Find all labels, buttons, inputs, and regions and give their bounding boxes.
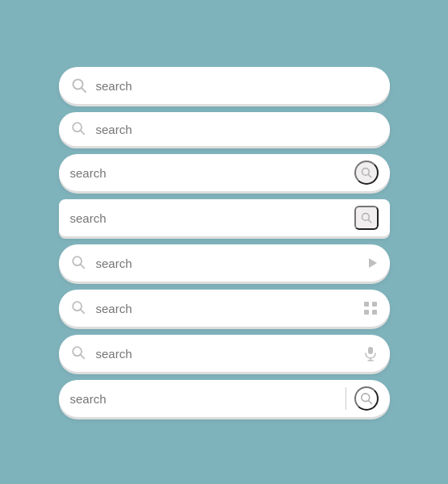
search-bar-5 <box>59 244 390 282</box>
search-icon <box>70 77 88 94</box>
search-bar-3 <box>59 154 390 191</box>
search-icon <box>70 344 88 362</box>
search-bars-container <box>59 67 390 417</box>
mic-icon <box>362 345 379 361</box>
search-input-4[interactable] <box>70 211 348 225</box>
svg-marker-10 <box>369 258 377 268</box>
search-button-8[interactable] <box>354 386 379 411</box>
search-bar-8 <box>59 380 390 417</box>
svg-line-1 <box>82 88 86 92</box>
svg-rect-19 <box>368 347 373 354</box>
search-icon <box>70 120 88 138</box>
search-input-7[interactable] <box>96 347 356 361</box>
search-icon <box>70 299 88 317</box>
svg-rect-14 <box>372 302 377 307</box>
search-button-3[interactable] <box>354 161 379 185</box>
divider <box>345 387 346 410</box>
search-bar-1 <box>59 67 390 104</box>
svg-line-9 <box>80 265 84 269</box>
svg-line-23 <box>368 400 371 403</box>
svg-rect-13 <box>364 302 369 307</box>
search-input-8[interactable] <box>70 392 345 406</box>
search-bar-6 <box>59 290 390 327</box>
svg-line-5 <box>368 174 371 177</box>
search-input-6[interactable] <box>96 302 356 315</box>
svg-rect-15 <box>364 310 369 315</box>
search-icon <box>70 254 88 272</box>
search-bar-2 <box>59 112 390 146</box>
search-bar-7 <box>59 335 390 372</box>
search-input-3[interactable] <box>70 166 348 180</box>
search-button-4[interactable] <box>354 206 379 230</box>
search-input-2[interactable] <box>96 123 379 136</box>
svg-line-18 <box>80 355 84 359</box>
svg-line-3 <box>80 131 84 135</box>
svg-rect-16 <box>372 310 377 315</box>
search-input-1[interactable] <box>96 79 379 93</box>
grid-icon <box>362 300 379 316</box>
svg-line-12 <box>80 310 84 314</box>
search-input-5[interactable] <box>96 257 359 270</box>
svg-line-7 <box>368 219 371 223</box>
search-bar-4 <box>59 199 390 236</box>
play-icon <box>366 257 379 269</box>
